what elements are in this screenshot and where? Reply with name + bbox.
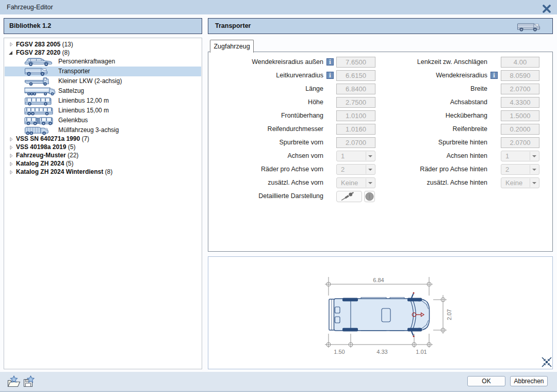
svg-text:1.01: 1.01 (416, 349, 427, 355)
svg-text:1.50: 1.50 (334, 349, 345, 355)
svg-text:6.84: 6.84 (373, 277, 384, 283)
svg-text:4.33: 4.33 (376, 349, 387, 355)
svg-text:2.07: 2.07 (446, 309, 452, 320)
